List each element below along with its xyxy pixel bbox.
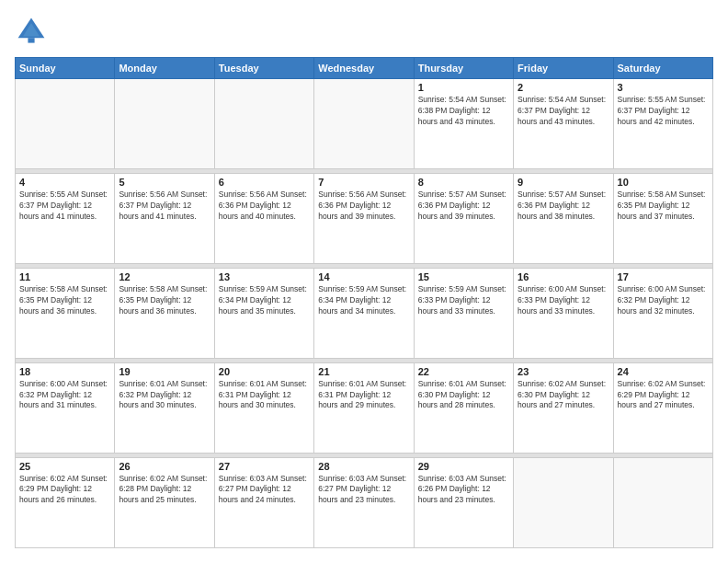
day-info: Sunrise: 6:03 AM Sunset: 6:27 PM Dayligh…	[219, 474, 310, 507]
calendar-cell: 21Sunrise: 6:01 AM Sunset: 6:31 PM Dayli…	[314, 362, 414, 453]
day-info: Sunrise: 6:02 AM Sunset: 6:30 PM Dayligh…	[518, 379, 609, 412]
day-number: 27	[219, 461, 310, 472]
day-info: Sunrise: 6:02 AM Sunset: 6:28 PM Dayligh…	[119, 474, 210, 507]
calendar-cell: 8Sunrise: 5:57 AM Sunset: 6:36 PM Daylig…	[414, 173, 513, 263]
weekday-header-tuesday: Tuesday	[214, 58, 313, 79]
calendar-cell: 6Sunrise: 5:56 AM Sunset: 6:36 PM Daylig…	[214, 173, 313, 263]
day-number: 20	[219, 366, 310, 377]
day-info: Sunrise: 5:54 AM Sunset: 6:37 PM Dayligh…	[518, 95, 609, 128]
day-info: Sunrise: 6:00 AM Sunset: 6:32 PM Dayligh…	[618, 284, 709, 317]
day-number: 10	[618, 177, 709, 188]
calendar-week-5: 25Sunrise: 6:02 AM Sunset: 6:29 PM Dayli…	[16, 457, 713, 548]
day-info: Sunrise: 5:58 AM Sunset: 6:35 PM Dayligh…	[119, 284, 210, 317]
day-number: 15	[418, 271, 509, 282]
calendar-cell: 1Sunrise: 5:54 AM Sunset: 6:38 PM Daylig…	[414, 79, 513, 169]
weekday-header-sunday: Sunday	[16, 58, 115, 79]
calendar-cell: 3Sunrise: 5:55 AM Sunset: 6:37 PM Daylig…	[613, 79, 712, 169]
weekday-header-wednesday: Wednesday	[314, 58, 414, 79]
day-info: Sunrise: 5:57 AM Sunset: 6:36 PM Dayligh…	[418, 190, 509, 223]
calendar-cell: 2Sunrise: 5:54 AM Sunset: 6:37 PM Daylig…	[514, 79, 613, 169]
day-number: 26	[119, 461, 210, 472]
day-number: 8	[418, 177, 509, 188]
day-info: Sunrise: 5:59 AM Sunset: 6:34 PM Dayligh…	[318, 284, 409, 317]
day-info: Sunrise: 6:03 AM Sunset: 6:26 PM Dayligh…	[418, 474, 509, 507]
logo-icon	[15, 15, 48, 48]
calendar-week-4: 18Sunrise: 6:00 AM Sunset: 6:32 PM Dayli…	[16, 362, 713, 453]
day-info: Sunrise: 5:57 AM Sunset: 6:36 PM Dayligh…	[518, 190, 609, 223]
weekday-header-thursday: Thursday	[414, 58, 513, 79]
day-info: Sunrise: 6:02 AM Sunset: 6:29 PM Dayligh…	[19, 474, 110, 507]
calendar-cell: 14Sunrise: 5:59 AM Sunset: 6:34 PM Dayli…	[314, 268, 414, 358]
day-info: Sunrise: 6:01 AM Sunset: 6:31 PM Dayligh…	[318, 379, 409, 412]
calendar-week-2: 4Sunrise: 5:55 AM Sunset: 6:37 PM Daylig…	[16, 173, 713, 263]
calendar-cell	[16, 79, 115, 169]
day-info: Sunrise: 5:58 AM Sunset: 6:35 PM Dayligh…	[19, 284, 110, 317]
day-info: Sunrise: 5:56 AM Sunset: 6:37 PM Dayligh…	[119, 190, 210, 223]
logo	[15, 15, 51, 48]
day-info: Sunrise: 6:00 AM Sunset: 6:32 PM Dayligh…	[19, 379, 110, 412]
day-number: 5	[119, 177, 210, 188]
day-info: Sunrise: 5:54 AM Sunset: 6:38 PM Dayligh…	[418, 95, 509, 128]
day-number: 7	[318, 177, 409, 188]
calendar-cell	[314, 79, 414, 169]
calendar-week-3: 11Sunrise: 5:58 AM Sunset: 6:35 PM Dayli…	[16, 268, 713, 358]
day-number: 9	[518, 177, 609, 188]
calendar-cell: 13Sunrise: 5:59 AM Sunset: 6:34 PM Dayli…	[214, 268, 313, 358]
calendar-cell: 16Sunrise: 6:00 AM Sunset: 6:33 PM Dayli…	[514, 268, 613, 358]
day-info: Sunrise: 5:55 AM Sunset: 6:37 PM Dayligh…	[618, 95, 709, 128]
calendar-cell: 20Sunrise: 6:01 AM Sunset: 6:31 PM Dayli…	[214, 362, 313, 453]
calendar-cell: 24Sunrise: 6:02 AM Sunset: 6:29 PM Dayli…	[613, 362, 712, 453]
day-number: 28	[318, 461, 409, 472]
svg-rect-2	[28, 38, 34, 42]
day-info: Sunrise: 5:59 AM Sunset: 6:33 PM Dayligh…	[418, 284, 509, 317]
day-info: Sunrise: 5:55 AM Sunset: 6:37 PM Dayligh…	[19, 190, 110, 223]
day-number: 29	[418, 461, 509, 472]
day-number: 14	[318, 271, 409, 282]
calendar-cell: 25Sunrise: 6:02 AM Sunset: 6:29 PM Dayli…	[16, 457, 115, 548]
day-number: 3	[618, 82, 709, 93]
day-info: Sunrise: 5:58 AM Sunset: 6:35 PM Dayligh…	[618, 190, 709, 223]
calendar-cell: 22Sunrise: 6:01 AM Sunset: 6:30 PM Dayli…	[414, 362, 513, 453]
calendar-cell: 15Sunrise: 5:59 AM Sunset: 6:33 PM Dayli…	[414, 268, 513, 358]
day-number: 23	[518, 366, 609, 377]
day-number: 13	[219, 271, 310, 282]
day-info: Sunrise: 6:01 AM Sunset: 6:30 PM Dayligh…	[418, 379, 509, 412]
calendar-cell: 17Sunrise: 6:00 AM Sunset: 6:32 PM Dayli…	[613, 268, 712, 358]
weekday-header-monday: Monday	[115, 58, 214, 79]
calendar-week-1: 1Sunrise: 5:54 AM Sunset: 6:38 PM Daylig…	[16, 79, 713, 169]
calendar-cell: 4Sunrise: 5:55 AM Sunset: 6:37 PM Daylig…	[16, 173, 115, 263]
calendar-cell: 11Sunrise: 5:58 AM Sunset: 6:35 PM Dayli…	[16, 268, 115, 358]
day-number: 25	[19, 461, 110, 472]
calendar-cell	[214, 79, 313, 169]
calendar-cell: 12Sunrise: 5:58 AM Sunset: 6:35 PM Dayli…	[115, 268, 214, 358]
calendar-cell: 18Sunrise: 6:00 AM Sunset: 6:32 PM Dayli…	[16, 362, 115, 453]
day-info: Sunrise: 6:00 AM Sunset: 6:33 PM Dayligh…	[518, 284, 609, 317]
day-number: 6	[219, 177, 310, 188]
day-number: 2	[518, 82, 609, 93]
calendar-cell: 19Sunrise: 6:01 AM Sunset: 6:32 PM Dayli…	[115, 362, 214, 453]
day-number: 1	[418, 82, 509, 93]
page: SundayMondayTuesdayWednesdayThursdayFrid…	[0, 0, 728, 563]
day-number: 24	[618, 366, 709, 377]
day-number: 12	[119, 271, 210, 282]
day-info: Sunrise: 5:56 AM Sunset: 6:36 PM Dayligh…	[318, 190, 409, 223]
day-info: Sunrise: 5:59 AM Sunset: 6:34 PM Dayligh…	[219, 284, 310, 317]
calendar-cell: 5Sunrise: 5:56 AM Sunset: 6:37 PM Daylig…	[115, 173, 214, 263]
day-info: Sunrise: 6:03 AM Sunset: 6:27 PM Dayligh…	[318, 474, 409, 507]
calendar-cell: 26Sunrise: 6:02 AM Sunset: 6:28 PM Dayli…	[115, 457, 214, 548]
day-info: Sunrise: 6:01 AM Sunset: 6:32 PM Dayligh…	[119, 379, 210, 412]
calendar-body: 1Sunrise: 5:54 AM Sunset: 6:38 PM Daylig…	[16, 79, 713, 548]
day-info: Sunrise: 6:02 AM Sunset: 6:29 PM Dayligh…	[618, 379, 709, 412]
calendar-cell: 28Sunrise: 6:03 AM Sunset: 6:27 PM Dayli…	[314, 457, 414, 548]
weekday-header-row: SundayMondayTuesdayWednesdayThursdayFrid…	[16, 58, 713, 79]
day-number: 16	[518, 271, 609, 282]
day-number: 22	[418, 366, 509, 377]
calendar-table: SundayMondayTuesdayWednesdayThursdayFrid…	[15, 57, 713, 548]
day-number: 11	[19, 271, 110, 282]
calendar-cell: 27Sunrise: 6:03 AM Sunset: 6:27 PM Dayli…	[214, 457, 313, 548]
calendar-cell: 29Sunrise: 6:03 AM Sunset: 6:26 PM Dayli…	[414, 457, 513, 548]
calendar-cell: 10Sunrise: 5:58 AM Sunset: 6:35 PM Dayli…	[613, 173, 712, 263]
day-info: Sunrise: 5:56 AM Sunset: 6:36 PM Dayligh…	[219, 190, 310, 223]
weekday-header-friday: Friday	[514, 58, 613, 79]
calendar-cell	[514, 457, 613, 548]
